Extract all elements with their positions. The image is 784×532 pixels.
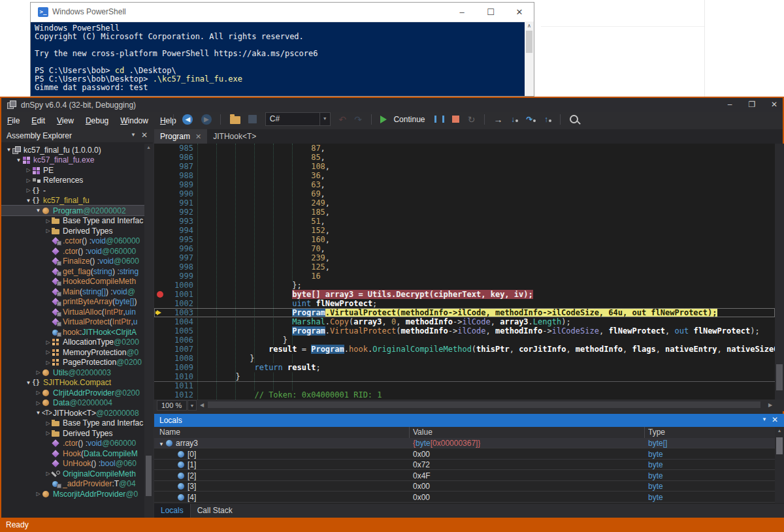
code-line-1006[interactable]: 1006} <box>154 336 775 345</box>
chevron-down-icon[interactable]: ▼ <box>131 132 136 138</box>
tree-item[interactable]: ▼{}kc57_final_fu <box>1 196 144 206</box>
breakpoint-margin[interactable] <box>154 235 167 244</box>
tree-item[interactable]: ▷MemoryProtection @0 <box>1 347 144 357</box>
tree-item[interactable]: ▷Utils @02000003 <box>1 368 144 377</box>
expander-icon[interactable]: ▷ <box>35 369 42 375</box>
close-button[interactable]: ✕ <box>763 98 784 112</box>
tree-item[interactable]: .cctor() : void @060000 <box>1 236 144 246</box>
scroll-up-icon[interactable]: ▲ <box>144 145 153 149</box>
assembly-explorer-header[interactable]: Assembly Explorer ▼ ✕ <box>1 129 153 142</box>
tree-item[interactable]: VirtualProtect(IntPtr, u <box>1 317 144 327</box>
code-line-1004[interactable]: 1004Marshal.Copy(array3, 0, methodInfo->… <box>154 317 775 326</box>
chevron-down-icon[interactable]: ▼ <box>319 113 330 125</box>
code-line-992[interactable]: 992185, <box>154 208 775 217</box>
close-icon[interactable]: ✕ <box>772 415 778 424</box>
chevron-down-icon[interactable]: ▼ <box>762 416 767 422</box>
tree-item[interactable]: ▷Derived Types <box>1 428 144 438</box>
column-resize-handle[interactable] <box>644 427 645 438</box>
code-line-985[interactable]: 98587, <box>154 144 775 153</box>
tree-item[interactable]: HookedCompileMeth <box>1 277 144 287</box>
breakpoint-margin[interactable] <box>154 262 167 272</box>
code-line-990[interactable]: 99069, <box>154 189 775 198</box>
tree-item[interactable]: ▷ClrjitAddrProvider @0200 <box>1 388 144 398</box>
tree-item[interactable]: ▼kc57_final_fu (1.0.0.0) <box>1 145 144 155</box>
code-line-1011[interactable]: 1011 <box>154 381 775 390</box>
locals-row[interactable]: [1]0x72byte <box>154 460 775 470</box>
tree-item[interactable]: .ctor() : void @060000 <box>1 246 144 256</box>
language-combobox[interactable]: C# ▼ <box>265 112 331 126</box>
tree-item[interactable]: _addrProvider : T @04 <box>1 479 144 489</box>
column-resize-handle[interactable] <box>409 427 410 438</box>
breakpoint-margin[interactable] <box>154 363 167 372</box>
pause-icon[interactable] <box>434 116 444 123</box>
breakpoint-margin[interactable] <box>154 189 167 198</box>
code-line-1007[interactable]: 1007result = Program.hook.OriginalCompil… <box>154 345 775 354</box>
code-line-989[interactable]: 98963, <box>154 180 775 189</box>
code-line-1008[interactable]: 1008} <box>154 354 775 363</box>
tree-item[interactable]: printByteArray(byte[]) <box>1 297 144 307</box>
expander-icon[interactable]: ▼ <box>25 198 32 204</box>
expander-icon[interactable]: ▷ <box>35 400 42 406</box>
open-file-icon[interactable] <box>230 116 240 124</box>
code-line-993[interactable]: 99351, <box>154 217 775 226</box>
locals-row[interactable]: [4]0x00byte <box>154 492 775 503</box>
redo-icon[interactable]: ↷ <box>354 114 362 125</box>
breakpoint-margin[interactable] <box>154 354 167 363</box>
breakpoint-margin[interactable] <box>154 198 167 208</box>
scroll-left-icon[interactable]: ◀ <box>200 402 204 408</box>
menu-window[interactable]: Window <box>114 112 154 129</box>
breakpoint-margin[interactable] <box>154 308 167 317</box>
breakpoint-margin[interactable] <box>154 317 167 326</box>
expander-icon[interactable]: ▼ <box>5 147 12 153</box>
breakpoint-margin[interactable] <box>154 290 167 299</box>
breakpoint-margin[interactable] <box>154 272 167 281</box>
tab-program[interactable]: Program✕ <box>154 129 207 144</box>
close-tab-icon[interactable]: ✕ <box>195 133 201 140</box>
tree-item[interactable]: ▷Base Type and Interfac <box>1 418 144 428</box>
tree-item[interactable]: ▷References <box>1 176 144 185</box>
scrollbar-thumb[interactable] <box>208 401 760 408</box>
code-line-997[interactable]: 997239, <box>154 253 775 262</box>
expander-icon[interactable]: ▷ <box>44 228 52 234</box>
locals-row[interactable]: [0]0x00byte <box>154 449 775 460</box>
expander-icon[interactable]: ▼ <box>35 410 42 416</box>
zoom-level[interactable]: 100 % <box>157 400 187 411</box>
tree-item[interactable]: VirtualAlloc(IntPtr, uin <box>1 307 144 317</box>
code-line-998[interactable]: 998125, <box>154 262 775 272</box>
breakpoint-margin[interactable] <box>154 372 167 381</box>
maximize-button[interactable]: ❐ <box>741 98 763 112</box>
tab-jithookt[interactable]: JITHook<T> <box>207 129 262 144</box>
tree-item[interactable]: ▼<T>JITHook<T> @02000008 <box>1 408 144 418</box>
tab-call-stack[interactable]: Call Stack <box>191 504 239 518</box>
breakpoint-margin[interactable] <box>154 253 167 262</box>
code-line-1000[interactable]: 1000}; <box>154 281 775 290</box>
code-line-1005[interactable]: 1005Program.VirtualProtect(methodInfo->i… <box>154 326 775 336</box>
breakpoint-margin[interactable] <box>154 144 167 153</box>
breakpoint-margin[interactable] <box>154 208 167 217</box>
expander-icon[interactable]: ▷ <box>44 360 52 366</box>
tree-item[interactable]: ▷AllocationType @0200 <box>1 337 144 347</box>
menu-file[interactable]: File <box>1 112 25 129</box>
breakpoint-margin[interactable] <box>154 381 167 390</box>
editor-vertical-scrollbar[interactable] <box>775 144 784 399</box>
scrollbar-thumb[interactable] <box>526 31 532 53</box>
scroll-up-icon[interactable]: ∧ <box>525 22 534 30</box>
locals-row[interactable]: ▼array3{byte[0x00000367]}byte[] <box>154 438 775 448</box>
tree-item[interactable]: ▷Derived Types <box>1 226 144 236</box>
breakpoint-margin[interactable] <box>154 299 167 308</box>
navigate-back-button[interactable]: ◀ <box>182 114 193 125</box>
scroll-up-icon[interactable]: ▲ <box>775 428 784 433</box>
dnspy-titlebar[interactable]: dnSpy v6.0.4 (32-bit, Debugging) – ❐ ✕ <box>1 98 783 112</box>
undo-icon[interactable]: ↶ <box>338 114 346 125</box>
breakpoint-icon[interactable] <box>157 291 163 298</box>
breakpoint-margin[interactable] <box>154 226 167 235</box>
tree-item[interactable]: .ctor() : void @060000 <box>1 439 144 448</box>
locals-row[interactable]: [2]0x4Fbyte <box>154 471 775 481</box>
continue-icon[interactable] <box>380 116 387 123</box>
step-into-icon[interactable]: ↓ <box>511 115 518 124</box>
menu-edit[interactable]: Edit <box>25 112 51 129</box>
breakpoint-margin[interactable] <box>154 281 167 290</box>
code-line-1001[interactable]: 1001byte[] array3 = Utils.Decrypt(cipher… <box>154 290 775 299</box>
code-editor[interactable]: 98587,98685,987108,98836,98963,99069,991… <box>154 144 775 399</box>
expander-icon[interactable]: ▷ <box>25 167 32 173</box>
